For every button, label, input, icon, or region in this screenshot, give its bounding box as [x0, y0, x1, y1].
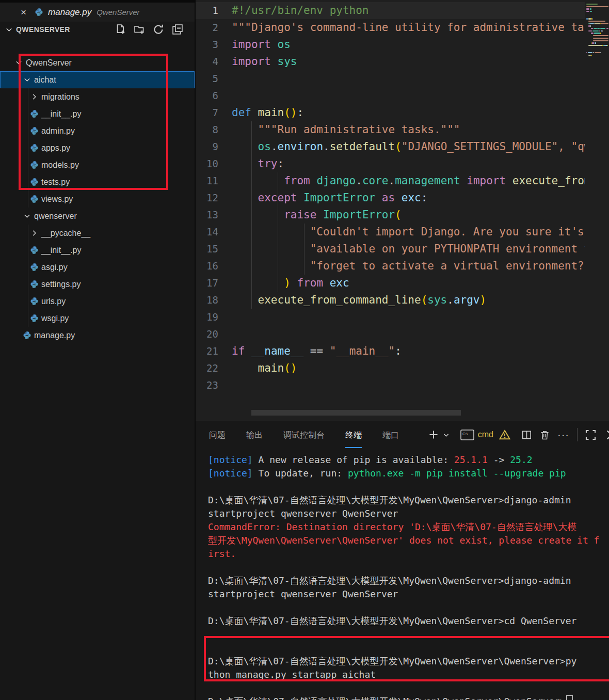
terminal-picker-chevron-icon[interactable] — [443, 432, 450, 438]
panel-tab-item[interactable]: 问题 — [209, 430, 226, 448]
editor-line[interactable]: 4import sys — [196, 53, 297, 70]
tree-item-asgi-py[interactable]: asgi.py — [0, 259, 195, 276]
terminal-output[interactable]: [notice] A new release of pip is availab… — [208, 453, 609, 700]
tree-item-label: __init__.py — [41, 246, 81, 255]
editor-line[interactable]: 15 "available on your PYTHONPATH environ… — [196, 241, 585, 258]
tree-item-migrations[interactable]: migrations — [0, 88, 195, 105]
tree-item-wsgi-py[interactable]: wsgi.py — [0, 310, 195, 327]
editor-line[interactable]: 3import os — [196, 36, 291, 53]
editor-indent-guide — [251, 121, 252, 309]
minimap-line — [590, 25, 590, 26]
tree-item-settings-py[interactable]: settings.py — [0, 276, 195, 293]
code-text: "Couldn't import Django. Are you sure it… — [232, 224, 585, 241]
python-file-icon — [29, 246, 39, 254]
tree-item-qwenserver[interactable]: qwenserver — [0, 208, 195, 225]
editor-line[interactable]: 13 raise ImportError( — [196, 206, 402, 224]
editor-line[interactable]: 6 — [196, 87, 232, 104]
tree-item-aichat[interactable]: aichat — [0, 71, 195, 88]
cmd-shell-icon[interactable]: C:\ — [460, 429, 474, 440]
editor-line[interactable]: 20 — [196, 326, 232, 343]
editor-line[interactable]: 2"""Django's command-line utility for ad… — [196, 19, 585, 36]
tree-item--init-py[interactable]: __init__.py — [0, 105, 195, 122]
tree-item-label: asgi.py — [41, 263, 68, 272]
tree-item-models-py[interactable]: models.py — [0, 156, 195, 173]
minimap-line — [602, 30, 603, 31]
line-number: 14 — [196, 224, 232, 241]
tree-item-label: qwenserver — [34, 212, 77, 221]
panel-tab-item[interactable]: 端口 — [382, 430, 399, 448]
collapse-all-icon[interactable] — [172, 24, 183, 35]
editor-line[interactable]: 22 main() — [196, 360, 297, 377]
terminal-line: D:\桌面\华清\07-自然语言处理\大模型开发\MyQwen\QwenServ… — [208, 614, 576, 628]
tree-item-urls-py[interactable]: urls.py — [0, 293, 195, 310]
new-terminal-button[interactable] — [428, 429, 439, 440]
editor-line[interactable]: 1#!/usr/bin/env python — [196, 2, 369, 19]
tree-item-apps-py[interactable]: apps.py — [0, 139, 195, 156]
editor-line[interactable]: 8 """Run administrative tasks.""" — [196, 121, 460, 138]
explorer-section-header[interactable]: QWENSERVER — [0, 22, 195, 37]
close-icon[interactable]: × — [21, 7, 26, 17]
new-folder-button[interactable] — [134, 24, 145, 35]
panel-tab-item[interactable]: 调试控制台 — [283, 430, 325, 448]
refresh-icon[interactable] — [153, 24, 164, 35]
panel-tab-item[interactable]: 输出 — [246, 430, 263, 448]
minimap-line — [591, 42, 591, 43]
panel-tab-terminal-active[interactable]: 终端 — [345, 430, 362, 448]
editor-line[interactable]: 23 — [196, 377, 232, 394]
tree-item--pycache-[interactable]: __pycache__ — [0, 225, 195, 242]
python-file-icon — [29, 161, 39, 169]
tree-item-admin-py[interactable]: admin.py — [0, 122, 195, 139]
explorer-root-title: QWENSERVER — [16, 25, 70, 34]
split-terminal-button[interactable] — [521, 430, 532, 440]
editor-line[interactable]: 12 except ImportError as exc: — [196, 189, 427, 206]
editor-line[interactable]: 14 "Couldn't import Django. Are you sure… — [196, 224, 585, 241]
terminal-line: startproject qwenserver QwenServer — [208, 587, 398, 601]
hide-panel-chevron-icon[interactable] — [604, 429, 609, 440]
editor-line[interactable]: 18 execute_from_command_line(sys.argv) — [196, 292, 486, 309]
kill-terminal-trash-icon[interactable] — [540, 429, 550, 440]
tree-indent-guide — [28, 225, 28, 327]
svg-text:C:\: C:\ — [462, 431, 468, 436]
terminal-cursor — [566, 695, 573, 700]
code-text: main() — [232, 360, 297, 377]
code-editor[interactable]: 1#!/usr/bin/env python2"""Django's comma… — [196, 0, 585, 421]
editor-line[interactable]: 7def main(): — [196, 104, 303, 121]
more-actions-icon[interactable]: ··· — [557, 429, 569, 441]
editor-line[interactable]: 11 from django.core.management import ex… — [196, 172, 585, 189]
editor-line[interactable]: 17 ) from exc — [196, 275, 349, 292]
code-text: try: — [232, 155, 284, 172]
editor-tab[interactable]: × manage.py QwenServer — [0, 0, 195, 22]
minimap-line — [586, 52, 587, 53]
tree-item-views-py[interactable]: views.py — [0, 190, 195, 208]
editor-horizontal-scrollbar[interactable] — [251, 410, 461, 416]
editor-line[interactable]: 9 os.environ.setdefault("DJANGO_SETTINGS… — [196, 138, 585, 155]
tree-item-QwenServer[interactable]: QwenServer — [0, 54, 195, 71]
terminal-line: irst. — [208, 547, 236, 561]
tab-description: QwenServer — [97, 8, 139, 17]
tree-item--init-py[interactable]: __init__.py — [0, 242, 195, 259]
minimap-line — [591, 28, 593, 29]
line-number: 3 — [196, 36, 232, 53]
minimap[interactable] — [585, 0, 609, 421]
python-file-icon — [29, 126, 39, 135]
editor-line[interactable]: 19 — [196, 309, 232, 326]
minimap-line — [586, 11, 589, 12]
editor-line[interactable]: 16 "forget to activate a virtual environ… — [196, 258, 585, 275]
line-number: 6 — [196, 87, 232, 104]
editor-line[interactable]: 10 try: — [196, 155, 284, 172]
minimap-line — [593, 35, 608, 36]
editor-line[interactable]: 21if __name__ == "__main__": — [196, 343, 402, 360]
maximize-panel-icon[interactable] — [585, 429, 596, 440]
tree-item-label: __init__.py — [41, 109, 81, 119]
code-text: """Django's command-line utility for adm… — [232, 19, 585, 36]
tree-item-manage-py[interactable]: manage.py — [0, 327, 195, 344]
tree-item-tests-py[interactable]: tests.py — [0, 173, 195, 190]
cmd-shell-label[interactable]: cmd — [478, 430, 493, 439]
chevron-down-icon — [5, 26, 13, 34]
chevron-down-icon — [22, 76, 32, 84]
new-file-button[interactable] — [115, 24, 126, 35]
warning-icon[interactable] — [499, 429, 510, 440]
line-number: 13 — [196, 206, 232, 224]
editor-line[interactable]: 5 — [196, 70, 232, 87]
minimap-line — [591, 33, 594, 34]
